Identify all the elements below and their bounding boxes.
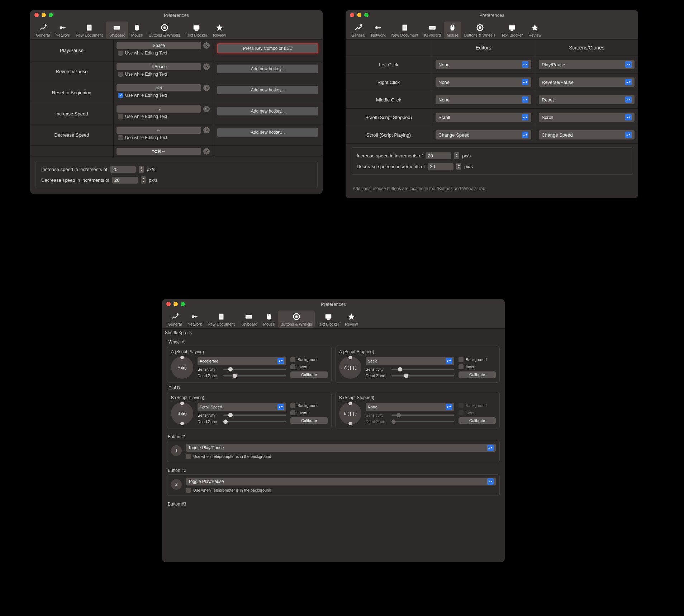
press-combo-field[interactable]: Press Key Combo or ESC [217,43,318,53]
close-button[interactable] [34,13,39,17]
toolbar-tab-buttons-wheels[interactable]: Buttons & Wheels [146,22,183,39]
toolbar-tab-mouse[interactable]: Mouse [260,311,278,328]
deadzone-slider[interactable] [223,421,286,422]
wheel-a-play-dial[interactable]: A (▶) [171,356,193,379]
use-while-editing-checkbox[interactable] [118,114,123,119]
use-while-editing-checkbox[interactable] [118,135,123,140]
toolbar-tab-text-blocker[interactable]: Text Blocker [315,311,342,328]
hotkey-key[interactable]: ← [117,127,201,134]
add-hotkey-button[interactable]: Add new hotkey... [217,65,318,73]
toolbar-tab-keyboard[interactable]: Keyboard [238,311,260,328]
add-hotkey-button[interactable]: Add new hotkey... [217,86,318,94]
clear-hotkey-icon[interactable]: ✕ [203,127,210,133]
toolbar-tab-general[interactable]: General [165,311,185,328]
invert-checkbox[interactable] [290,364,295,369]
use-while-editing-checkbox[interactable] [118,51,123,56]
toolbar-tab-general[interactable]: General [33,22,53,39]
zoom-button[interactable] [49,13,53,17]
screens-select[interactable]: Reset▲▼ [539,95,635,104]
deadzone-slider[interactable] [391,375,454,376]
increase-increment-field[interactable]: 20 [426,152,451,159]
wheel-a-pause-dial[interactable]: A (❙❙) [339,356,361,379]
use-while-editing-checkbox[interactable] [118,72,123,77]
screens-select[interactable]: Play/Pause▲▼ [539,60,635,69]
calibrate-button[interactable]: Calibrate [459,371,496,378]
minimize-button[interactable] [174,302,178,306]
hotkey-key[interactable]: ⌥⌘← [117,148,201,155]
toolbar-tab-mouse[interactable]: Mouse [444,22,461,39]
sensitivity-slider[interactable] [223,414,286,416]
toolbar-tab-network[interactable]: Network [53,22,73,39]
background-checkbox[interactable] [290,403,295,408]
a-play-action-select[interactable]: Accelerate ▲▼ [198,357,286,365]
hotkey-key[interactable]: ⌘R [117,84,201,91]
invert-checkbox[interactable] [290,410,295,415]
minimize-button[interactable] [42,13,46,17]
background-checkbox[interactable] [290,357,295,362]
calibrate-button[interactable]: Calibrate [290,371,328,378]
toolbar-tab-review[interactable]: Review [526,22,544,39]
clear-hotkey-icon[interactable]: ✕ [203,42,210,49]
invert-checkbox[interactable] [459,364,464,369]
sensitivity-slider[interactable] [391,369,454,370]
toolbar-tab-new-document[interactable]: New Document [73,22,105,39]
add-hotkey-button[interactable]: Add new hotkey... [217,128,318,137]
stepper-arrows[interactable]: ▲▼ [454,152,459,159]
toolbar-tab-review[interactable]: Review [342,311,361,328]
toolbar-tab-network[interactable]: Network [185,311,205,328]
stepper-arrows[interactable]: ▲▼ [139,166,144,173]
stepper-arrows[interactable]: ▲▼ [141,176,146,184]
clear-hotkey-icon[interactable]: ✕ [203,148,210,155]
screens-select[interactable]: Scroll▲▼ [539,113,635,122]
editors-select[interactable]: None▲▼ [436,95,531,104]
dial-b-play-dial[interactable]: B (▶) [171,402,193,425]
clear-hotkey-icon[interactable]: ✕ [203,106,210,112]
screens-select[interactable]: Change Speed▲▼ [539,130,635,139]
button1-action-select[interactable]: Toggle Play/Pause ▲▼ [186,444,496,452]
editors-select[interactable]: None▲▼ [436,60,531,69]
clear-hotkey-icon[interactable]: ✕ [203,63,210,70]
hotkey-key[interactable]: Space [117,42,201,49]
calibrate-button[interactable]: Calibrate [459,417,496,424]
toolbar-tab-buttons-wheels[interactable]: Buttons & Wheels [461,22,498,39]
editors-select[interactable]: None▲▼ [436,77,531,87]
b-stop-action-select[interactable]: None ▲▼ [366,403,454,411]
button2-action-select[interactable]: Toggle Play/Pause ▲▼ [186,478,496,485]
button2-bg-checkbox[interactable] [186,488,191,493]
toolbar-tab-mouse[interactable]: Mouse [128,22,146,39]
toolbar-tab-review[interactable]: Review [210,22,229,39]
decrease-increment-field[interactable]: 20 [112,177,138,184]
hotkey-key[interactable]: → [117,105,201,113]
background-checkbox[interactable] [459,357,464,362]
a-stop-action-select[interactable]: Seek ▲▼ [366,357,454,365]
toolbar-tab-text-blocker[interactable]: Text Blocker [183,22,210,39]
toolbar-tab-new-document[interactable]: New Document [388,22,421,39]
clear-hotkey-icon[interactable]: ✕ [203,85,210,91]
minimize-button[interactable] [357,13,361,17]
increase-increment-field[interactable]: 20 [110,166,136,173]
decrease-increment-field[interactable]: 20 [428,163,453,170]
button1-bg-checkbox[interactable] [186,454,191,459]
sensitivity-slider[interactable] [223,369,286,370]
calibrate-button[interactable]: Calibrate [290,417,328,424]
use-while-editing-checkbox[interactable] [118,93,123,98]
toolbar-tab-text-blocker[interactable]: Text Blocker [498,22,526,39]
toolbar-tab-keyboard[interactable]: Keyboard [421,22,444,39]
hotkey-key[interactable]: ⇧Space [117,63,201,70]
toolbar-tab-new-document[interactable]: New Document [205,311,237,328]
close-button[interactable] [350,13,354,17]
b-play-action-select[interactable]: Scroll Speed ▲▼ [198,403,286,411]
stepper-arrows[interactable]: ▲▼ [456,163,461,170]
dial-b-pause-dial[interactable]: B (❙❙) [339,402,361,425]
zoom-button[interactable] [364,13,369,17]
add-hotkey-button[interactable]: Add new hotkey... [217,107,318,115]
toolbar-tab-keyboard[interactable]: Keyboard [106,22,128,39]
deadzone-slider[interactable] [223,375,286,376]
editors-select[interactable]: Scroll▲▼ [436,113,531,122]
toolbar-tab-network[interactable]: Network [368,22,388,39]
zoom-button[interactable] [181,302,185,306]
editors-select[interactable]: Change Speed▲▼ [436,130,531,139]
toolbar-tab-buttons-wheels[interactable]: Buttons & Wheels [278,311,315,328]
toolbar-tab-general[interactable]: General [348,22,368,39]
screens-select[interactable]: Reverse/Pause▲▼ [539,77,635,87]
